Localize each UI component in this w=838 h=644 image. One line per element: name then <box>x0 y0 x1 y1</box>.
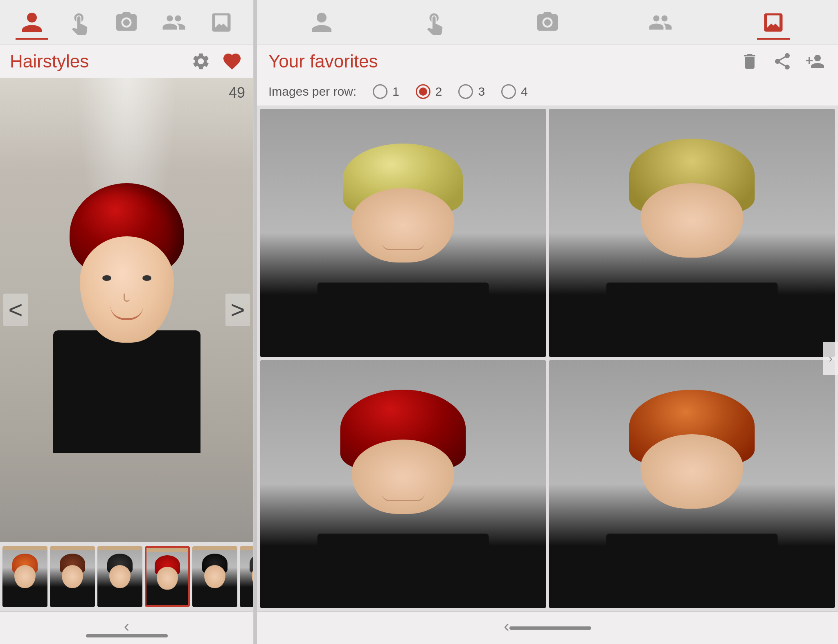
fav-cell-2[interactable] <box>549 109 835 357</box>
thumbnail-4[interactable] <box>145 546 190 607</box>
left-bottom-nav: ‹ <box>0 611 253 644</box>
radio-2[interactable] <box>416 84 430 99</box>
fav-img-2 <box>549 109 835 357</box>
fav-img-1 <box>260 109 546 357</box>
ipr-option-1[interactable]: 1 <box>373 84 399 99</box>
image-counter: 49 <box>229 84 245 101</box>
right-nav-community[interactable] <box>644 6 677 39</box>
right-home-indicator <box>509 626 591 630</box>
right-back-arrow[interactable]: ‹ <box>504 617 509 635</box>
favorites-grid: › <box>257 105 838 611</box>
left-top-nav <box>0 0 253 45</box>
right-top-nav <box>257 0 838 45</box>
next-arrow[interactable]: > <box>225 294 250 326</box>
right-header-actions <box>738 50 827 73</box>
right-nav-gesture[interactable] <box>418 6 451 39</box>
right-nav-camera[interactable] <box>531 6 564 39</box>
left-panel: Hairstyles <box>0 0 254 644</box>
person-add-button[interactable] <box>804 50 827 73</box>
nav-gesture[interactable] <box>63 6 96 39</box>
ipr-label-4: 4 <box>521 85 528 99</box>
left-page-header: Hairstyles <box>0 45 253 78</box>
left-back-arrow[interactable]: ‹ <box>124 617 129 635</box>
ipr-label: Images per row: <box>268 85 356 99</box>
ipr-option-2[interactable]: 2 <box>416 84 442 99</box>
fav-img-4 <box>549 360 835 608</box>
ipr-option-3[interactable]: 3 <box>458 84 485 99</box>
radio-3[interactable] <box>458 84 473 99</box>
thumbnail-strip <box>0 542 253 611</box>
nav-favorites-left[interactable] <box>205 6 238 39</box>
trash-button[interactable] <box>738 50 761 73</box>
left-home-indicator <box>86 634 168 637</box>
nav-camera[interactable] <box>110 6 143 39</box>
prev-arrow[interactable]: < <box>3 294 28 326</box>
right-bottom-nav: ‹ <box>257 611 838 644</box>
main-person <box>41 171 213 449</box>
radio-4[interactable] <box>501 84 516 99</box>
fav-cell-1[interactable] <box>260 109 546 357</box>
thumbnail-2[interactable] <box>50 546 95 607</box>
ipr-label-1: 1 <box>392 85 399 99</box>
right-nav-profile[interactable] <box>305 6 338 39</box>
right-panel: Your favorites Images per row: <box>257 0 838 644</box>
radio-1[interactable] <box>373 84 387 99</box>
right-edge-chevron[interactable]: › <box>823 342 838 375</box>
nav-community[interactable] <box>158 6 190 39</box>
ipr-label-2: 2 <box>435 85 442 99</box>
settings-button[interactable] <box>189 50 212 73</box>
fav-cell-3[interactable] <box>260 360 546 608</box>
thumbnail-3[interactable] <box>97 546 142 607</box>
heart-button[interactable] <box>221 50 243 73</box>
ipr-option-4[interactable]: 4 <box>501 84 528 99</box>
thumbnail-6[interactable] <box>240 546 253 607</box>
header-actions <box>189 50 243 73</box>
main-image-area: 49 < > <box>0 78 253 542</box>
thumbnail-1[interactable] <box>2 546 47 607</box>
share-button[interactable] <box>771 50 794 73</box>
panel-divider <box>254 0 257 644</box>
fav-img-3 <box>260 360 546 608</box>
ipr-label-3: 3 <box>478 85 485 99</box>
nav-profile[interactable] <box>16 6 48 39</box>
main-image-bg: 49 < > <box>0 78 253 542</box>
images-per-row-selector: Images per row: 1 2 3 4 <box>257 78 838 105</box>
right-page-header: Your favorites <box>257 45 838 78</box>
page-title: Hairstyles <box>10 51 89 72</box>
right-page-title: Your favorites <box>268 51 378 72</box>
right-nav-favorites[interactable] <box>757 6 790 39</box>
fav-cell-4[interactable] <box>549 360 835 608</box>
radio-2-inner <box>419 88 427 96</box>
thumbnail-5[interactable] <box>192 546 237 607</box>
